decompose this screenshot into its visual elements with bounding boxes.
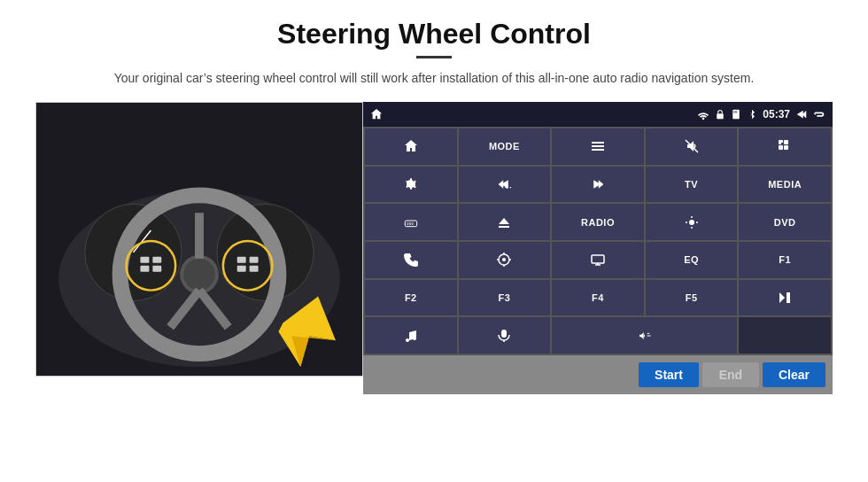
return-icon [813, 108, 825, 120]
lock-icon [715, 109, 725, 120]
svg-rect-35 [784, 145, 788, 150]
action-row: Start End Clear [363, 355, 833, 394]
btn-phone[interactable] [365, 242, 457, 278]
bt-icon [747, 109, 757, 120]
btn-brightness[interactable] [646, 204, 738, 240]
btn-menu-list[interactable] [552, 128, 644, 165]
btn-f2[interactable]: F2 [365, 280, 457, 316]
svg-rect-36 [781, 143, 783, 144]
btn-radio[interactable]: RADIO [552, 204, 644, 240]
wifi-icon [697, 108, 709, 120]
control-panel: 05:37 MODE [363, 102, 833, 394]
svg-point-60 [413, 337, 416, 340]
svg-rect-28 [592, 142, 604, 144]
svg-rect-42 [499, 226, 509, 228]
btn-vol[interactable] [552, 317, 737, 354]
btn-f5[interactable]: F5 [646, 280, 738, 316]
svg-rect-19 [237, 266, 246, 272]
status-left [370, 108, 383, 120]
svg-marker-57 [779, 292, 785, 303]
svg-rect-54 [592, 255, 604, 263]
btn-music[interactable] [365, 317, 457, 354]
status-time: 05:37 [763, 108, 790, 120]
page-subtitle: Your original car’s steering wheel contr… [114, 69, 755, 88]
svg-rect-20 [250, 266, 259, 272]
btn-mode[interactable]: MODE [459, 128, 551, 165]
btn-media[interactable]: MEDIA [739, 167, 831, 203]
svg-rect-23 [717, 113, 725, 119]
page-container: Steering Wheel Control Your original car… [0, 0, 868, 482]
btn-tv[interactable]: TV [646, 167, 738, 203]
btn-empty2 [739, 317, 831, 354]
car-image [35, 102, 363, 377]
btn-360[interactable]: 360 [365, 204, 457, 240]
svg-text:◄◄: ◄◄ [504, 185, 511, 190]
svg-rect-17 [237, 257, 246, 263]
btn-mic[interactable] [459, 317, 551, 354]
svg-rect-33 [784, 140, 788, 144]
svg-text:360: 360 [407, 221, 414, 225]
svg-marker-41 [499, 218, 509, 224]
content-row: 05:37 MODE [35, 102, 833, 394]
title-divider [416, 56, 452, 58]
button-grid: MODE ◄◄ T [363, 127, 833, 355]
btn-screen[interactable] [552, 242, 644, 278]
btn-settings[interactable] [365, 167, 457, 203]
svg-point-7 [183, 259, 215, 291]
svg-rect-16 [152, 266, 161, 272]
svg-rect-29 [592, 145, 604, 147]
btn-eject[interactable] [459, 204, 551, 240]
svg-point-43 [689, 220, 694, 225]
svg-point-59 [406, 338, 409, 342]
svg-rect-13 [140, 257, 149, 263]
btn-eq[interactable]: EQ [646, 242, 738, 278]
status-bar: 05:37 [363, 102, 833, 127]
start-button[interactable]: Start [639, 362, 699, 387]
btn-mute[interactable] [646, 128, 738, 165]
btn-f3[interactable]: F3 [459, 280, 551, 316]
svg-rect-34 [779, 145, 783, 150]
btn-next[interactable] [552, 167, 644, 203]
svg-rect-61 [501, 330, 507, 338]
btn-dvd[interactable]: DVD [739, 204, 831, 240]
svg-rect-14 [152, 257, 161, 263]
btn-playpause[interactable] [739, 280, 831, 316]
btn-apps[interactable] [739, 128, 831, 165]
end-button[interactable]: End [702, 362, 759, 387]
btn-f1[interactable]: F1 [739, 242, 831, 278]
sd-icon [731, 109, 741, 120]
home-status-icon [370, 108, 383, 120]
btn-f4[interactable]: F4 [552, 280, 644, 316]
svg-rect-15 [140, 266, 149, 272]
btn-gps[interactable] [459, 242, 551, 278]
clear-button[interactable]: Clear [763, 362, 825, 387]
svg-rect-18 [250, 257, 259, 263]
svg-point-49 [502, 258, 506, 261]
svg-rect-30 [592, 149, 604, 151]
page-title: Steering Wheel Control [277, 18, 591, 51]
btn-prev[interactable]: ◄◄ [459, 167, 551, 203]
svg-rect-58 [787, 292, 790, 303]
back-icon [795, 108, 808, 120]
status-right: 05:37 [697, 108, 825, 120]
btn-home[interactable] [365, 128, 457, 165]
